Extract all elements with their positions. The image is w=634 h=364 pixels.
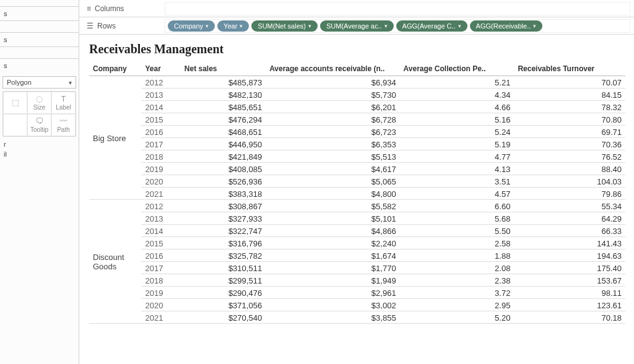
avg-ar-cell[interactable]: $2,240 (266, 237, 399, 249)
net-sales-cell[interactable]: $468,651 (181, 126, 266, 138)
table-row[interactable]: 2015$316,796$2,2402.58141.43 (89, 237, 625, 249)
columns-drop-zone[interactable] (165, 2, 630, 15)
avg-ar-cell[interactable]: $4,617 (266, 163, 399, 175)
header-avg-ar[interactable]: Average accounts receivable (n.. (266, 63, 399, 76)
net-sales-cell[interactable]: $476,294 (181, 113, 266, 126)
turnover-cell[interactable]: 194.63 (514, 249, 625, 262)
table-row[interactable]: 2019$290,476$2,9613.7298.11 (89, 287, 625, 299)
rows-shelf[interactable]: ☰ Rows Company▾Year▾SUM(Net sales)▾SUM(A… (79, 17, 634, 35)
avg-ar-cell[interactable]: $4,866 (266, 225, 399, 237)
year-cell[interactable]: 2018 (141, 150, 180, 163)
turnover-cell[interactable]: 104.03 (514, 175, 625, 188)
net-sales-cell[interactable]: $408,085 (181, 163, 266, 175)
net-sales-cell[interactable]: $290,476 (181, 287, 266, 299)
year-cell[interactable]: 2013 (141, 89, 180, 101)
table-row[interactable]: 2015$476,294$6,7285.1670.80 (89, 113, 625, 126)
net-sales-cell[interactable]: $308,867 (181, 200, 266, 212)
turnover-cell[interactable]: 79.86 (514, 188, 625, 200)
avg-ar-cell[interactable]: $1,674 (266, 249, 399, 262)
year-cell[interactable]: 2018 (141, 274, 180, 287)
turnover-cell[interactable]: 70.80 (514, 113, 625, 126)
avg-ar-cell[interactable]: $3,855 (266, 311, 399, 324)
avg-collection-cell[interactable]: 4.77 (400, 150, 515, 163)
avg-ar-cell[interactable]: $5,101 (266, 212, 399, 225)
net-sales-cell[interactable]: $299,511 (181, 274, 266, 287)
header-avg-collection[interactable]: Average Collection Pe.. (400, 63, 515, 76)
table-row[interactable]: 2013$327,933$5,1015.6864.29 (89, 212, 625, 225)
avg-ar-cell[interactable]: $6,723 (266, 126, 399, 138)
table-row[interactable]: 2017$310,511$1,7702.08175.40 (89, 262, 625, 274)
avg-collection-cell[interactable]: 6.60 (400, 200, 515, 212)
avg-ar-cell[interactable]: $5,730 (266, 89, 399, 101)
year-cell[interactable]: 2012 (141, 200, 180, 212)
net-sales-cell[interactable]: $322,747 (181, 225, 266, 237)
header-net-sales[interactable]: Net sales (181, 63, 266, 76)
table-row[interactable]: 2014$485,651$6,2014.6678.32 (89, 101, 625, 113)
pill-company[interactable]: Company▾ (168, 20, 215, 32)
avg-collection-cell[interactable]: 5.50 (400, 225, 515, 237)
avg-collection-cell[interactable]: 1.88 (400, 249, 515, 262)
turnover-cell[interactable]: 69.71 (514, 126, 625, 138)
table-row[interactable]: Big Store2012$485,873$6,9345.2170.07 (89, 76, 625, 89)
avg-collection-cell[interactable]: 4.34 (400, 89, 515, 101)
sheet-title[interactable]: Receivables Management (89, 42, 629, 56)
avg-ar-cell[interactable]: $5,582 (266, 200, 399, 212)
avg-collection-cell[interactable]: 4.57 (400, 188, 515, 200)
pill-sum-net-sales[interactable]: SUM(Net sales)▾ (251, 20, 318, 32)
net-sales-cell[interactable]: $421,849 (181, 150, 266, 163)
year-cell[interactable]: 2020 (141, 299, 180, 311)
net-sales-cell[interactable]: $526,936 (181, 175, 266, 188)
avg-ar-cell[interactable]: $6,934 (266, 76, 399, 89)
pill-sum-average-ac[interactable]: SUM(Average ac..▾ (320, 20, 394, 32)
avg-ar-cell[interactable]: $6,353 (266, 138, 399, 150)
avg-collection-cell[interactable]: 5.24 (400, 126, 515, 138)
year-cell[interactable]: 2016 (141, 249, 180, 262)
net-sales-cell[interactable]: $482,130 (181, 89, 266, 101)
year-cell[interactable]: 2014 (141, 101, 180, 113)
net-sales-cell[interactable]: $485,873 (181, 76, 266, 89)
avg-collection-cell[interactable]: 5.16 (400, 113, 515, 126)
avg-ar-cell[interactable]: $1,770 (266, 262, 399, 274)
avg-ar-cell[interactable]: $1,949 (266, 274, 399, 287)
year-cell[interactable]: 2021 (141, 311, 180, 324)
avg-collection-cell[interactable]: 5.68 (400, 212, 515, 225)
table-row[interactable]: 2013$482,130$5,7304.3484.15 (89, 89, 625, 101)
table-row[interactable]: 2021$270,540$3,8555.2070.18 (89, 311, 625, 324)
table-row[interactable]: 2020$526,936$5,0653.51104.03 (89, 175, 625, 188)
avg-ar-cell[interactable]: $6,201 (266, 101, 399, 113)
year-cell[interactable]: 2013 (141, 212, 180, 225)
year-cell[interactable]: 2017 (141, 138, 180, 150)
turnover-cell[interactable]: 55.34 (514, 200, 625, 212)
net-sales-cell[interactable]: $270,540 (181, 311, 266, 324)
avg-collection-cell[interactable]: 3.51 (400, 175, 515, 188)
turnover-cell[interactable]: 66.33 (514, 225, 625, 237)
avg-ar-cell[interactable]: $3,002 (266, 299, 399, 311)
avg-collection-cell[interactable]: 5.19 (400, 138, 515, 150)
turnover-cell[interactable]: 70.36 (514, 138, 625, 150)
year-cell[interactable]: 2014 (141, 225, 180, 237)
net-sales-cell[interactable]: $383,318 (181, 188, 266, 200)
turnover-cell[interactable]: 70.18 (514, 311, 625, 324)
turnover-cell[interactable]: 78.32 (514, 101, 625, 113)
viz-canvas[interactable]: Receivables Management Company Year Net … (79, 35, 634, 364)
avg-collection-cell[interactable]: 4.66 (400, 101, 515, 113)
company-cell[interactable]: Discount Goods (89, 200, 141, 324)
year-cell[interactable]: 2012 (141, 76, 180, 89)
turnover-cell[interactable]: 141.43 (514, 237, 625, 249)
marks-label-button[interactable]: T Label (51, 92, 76, 114)
avg-collection-cell[interactable]: 3.72 (400, 287, 515, 299)
year-cell[interactable]: 2016 (141, 126, 180, 138)
columns-shelf[interactable]: ≡ Columns (79, 0, 634, 17)
header-turnover[interactable]: Receivables Turnover (514, 63, 625, 76)
header-company[interactable]: Company (89, 63, 141, 76)
turnover-cell[interactable]: 76.52 (514, 150, 625, 163)
net-sales-cell[interactable]: $327,933 (181, 212, 266, 225)
net-sales-cell[interactable]: $485,651 (181, 101, 266, 113)
avg-collection-cell[interactable]: 2.58 (400, 237, 515, 249)
avg-ar-cell[interactable]: $5,513 (266, 150, 399, 163)
table-row[interactable]: 2019$408,085$4,6174.1388.40 (89, 163, 625, 175)
table-row[interactable]: Discount Goods2012$308,867$5,5826.6055.3… (89, 200, 625, 212)
turnover-cell[interactable]: 70.07 (514, 76, 625, 89)
pill-year[interactable]: Year▾ (217, 20, 249, 32)
year-cell[interactable]: 2015 (141, 237, 180, 249)
